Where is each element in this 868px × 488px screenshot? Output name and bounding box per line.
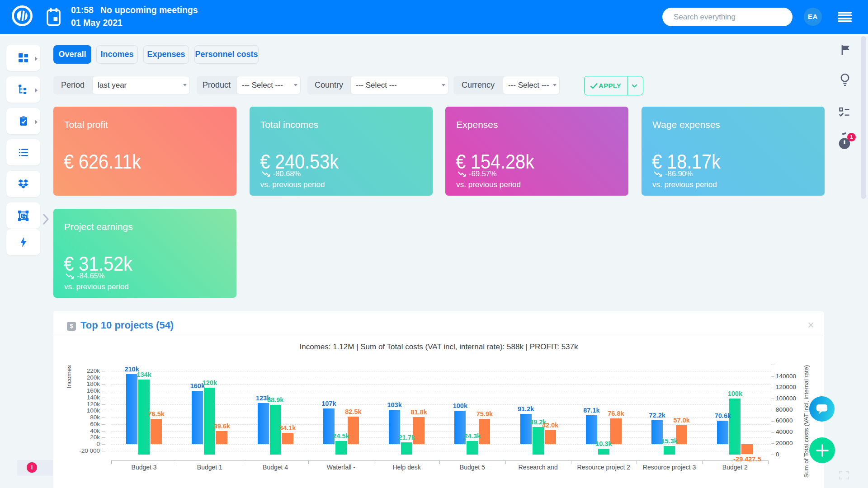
trend-down-icon xyxy=(66,273,75,279)
left-axis-tick xyxy=(102,398,105,398)
widget-title[interactable]: Top 10 projects (54) xyxy=(80,319,174,331)
right-axis-tick xyxy=(771,365,774,365)
kpi-vs-period: vs. previous period xyxy=(64,282,129,291)
apply-button-label: APPLY xyxy=(599,76,621,95)
tab-expenses[interactable]: Expenses xyxy=(143,45,189,64)
chat-button[interactable] xyxy=(809,396,835,422)
left-axis-label: 80k xyxy=(59,414,100,421)
kpi-vs-period: vs. previous period xyxy=(260,180,325,189)
bar-sum-of-total-costs-vat-incl-internal-rate--7 xyxy=(598,449,609,455)
kpi-vs-period: vs. previous period xyxy=(456,180,521,189)
kpi-card-total-incomes: Total incomes€ 240.53k-80.68%vs. previou… xyxy=(250,107,433,196)
avatar[interactable]: EA xyxy=(804,8,822,26)
bar-sum-of-total-costs-vat-incl-internal-rate--9 xyxy=(729,399,741,455)
sidebar-expand-chevron-icon[interactable] xyxy=(42,213,50,227)
bar-value-label: 10.3k xyxy=(574,440,633,447)
left-axis-label: 20k xyxy=(59,434,100,441)
chevron-down-icon xyxy=(553,84,557,86)
filter-select-country[interactable]: --- Select --- xyxy=(350,76,448,94)
right-axis-tick xyxy=(771,443,774,444)
hamburger-menu-icon[interactable] xyxy=(838,12,852,22)
sidebar-item-artboard-frame[interactable] xyxy=(6,202,40,229)
bar-value-label: 42.0k xyxy=(521,422,580,429)
top-projects-widget xyxy=(53,311,824,488)
dropbox-icon xyxy=(18,178,29,190)
fullscreen-icon[interactable] xyxy=(839,471,849,481)
category-label: Research and xyxy=(505,464,571,471)
widget-close-icon[interactable]: × xyxy=(807,318,814,332)
dashboard-grid-icon xyxy=(18,52,29,64)
right-axis-title: Sum of Total costs (VAT incl, internal r… xyxy=(803,354,810,488)
bar-value-label: 75.9k xyxy=(455,410,514,418)
filter-value-country: --- Select --- xyxy=(351,76,448,94)
chevron-right-icon xyxy=(34,87,38,95)
filter-label-product: Product xyxy=(197,76,236,94)
bar-incomes-1 xyxy=(192,391,203,444)
bar-value-label: 100k xyxy=(706,390,764,397)
gridline xyxy=(111,378,771,378)
page-scrollbar[interactable] xyxy=(861,36,866,199)
tab-incomes[interactable]: Incomes xyxy=(96,45,138,64)
right-axis-label: 80000 xyxy=(776,406,793,413)
left-axis-tick xyxy=(102,411,105,411)
sidebar-item-lightning-bolt[interactable] xyxy=(6,229,40,255)
apply-dropdown-chevron-icon[interactable] xyxy=(632,84,637,88)
sidebar-item-hierarchy-tree[interactable] xyxy=(6,76,40,103)
kpi-card-wage-expenses: Wage expenses€ 18.17k-86.90%vs. previous… xyxy=(642,107,825,196)
category-label: Waterfall - xyxy=(308,464,374,471)
chevron-right-icon xyxy=(34,55,38,63)
trend-down-icon xyxy=(262,171,271,177)
filter-label-country: Country xyxy=(307,76,350,94)
stopwatch-icon[interactable]: 1 xyxy=(837,132,852,153)
bullet-list-icon xyxy=(18,147,29,158)
flag-icon[interactable] xyxy=(840,44,852,58)
bar-value-label: -29 427.5 xyxy=(718,455,777,463)
right-axis-tick xyxy=(771,421,774,422)
search-placeholder: Search everything xyxy=(662,8,793,26)
bar-value-label: 76.5k xyxy=(127,410,186,418)
calendar-icon[interactable] xyxy=(47,7,61,27)
filter-select-product[interactable]: --- Select --- xyxy=(236,76,301,94)
filter-label-currency: Currency xyxy=(453,76,503,94)
category-label: Budget 1 xyxy=(177,464,243,471)
sidebar-item-bullet-list[interactable] xyxy=(6,139,40,165)
left-axis-tick xyxy=(102,391,105,391)
add-button[interactable] xyxy=(809,437,835,463)
tab-overall[interactable]: Overall xyxy=(53,45,91,64)
lightning-bolt-icon xyxy=(18,237,29,248)
category-label: Resource project 3 xyxy=(637,464,703,471)
sidebar-item-clipboard-check[interactable] xyxy=(6,108,40,134)
category-label: Budget 5 xyxy=(439,464,505,471)
left-axis-tick xyxy=(102,437,105,438)
left-axis-title: Incomes xyxy=(66,350,72,404)
bar-profit-1 xyxy=(216,431,227,444)
widget-currency-icon: $ xyxy=(67,322,76,331)
app-logo-icon[interactable] xyxy=(11,5,33,27)
info-button[interactable]: i xyxy=(27,462,37,473)
task-list-icon[interactable] xyxy=(838,107,851,120)
filter-select-currency[interactable]: --- Select --- xyxy=(503,76,560,94)
kpi-trend: -80.68% xyxy=(262,169,301,178)
left-axis-tick xyxy=(102,431,105,432)
lightbulb-icon[interactable] xyxy=(839,72,851,90)
page: 01:58 No upcoming meetings 01 May 2021 S… xyxy=(0,0,868,488)
left-axis-label: 40k xyxy=(59,427,100,434)
header-meeting-status: No upcoming meetings xyxy=(100,5,198,15)
bar-profit-3 xyxy=(348,417,359,444)
right-axis-tick xyxy=(771,376,774,377)
bar-value-label: 34.1k xyxy=(258,424,317,432)
search-input[interactable]: Search everything xyxy=(662,8,793,26)
left-axis-label: 0 xyxy=(59,441,100,447)
filter-select-period[interactable]: last year xyxy=(92,76,190,94)
left-axis-label: 100k xyxy=(59,407,100,414)
sidebar-item-dropbox[interactable] xyxy=(6,171,40,197)
sidebar-item-dashboard-grid[interactable] xyxy=(6,45,40,71)
tab-personnel-costs[interactable]: Personnel costs xyxy=(194,45,259,64)
right-axis-label: 60000 xyxy=(776,417,793,424)
kpi-trend: -86.90% xyxy=(654,169,693,178)
kpi-title: Total profit xyxy=(64,119,108,130)
header-time: 01:58 xyxy=(71,5,94,15)
kpi-vs-period: vs. previous period xyxy=(652,180,717,189)
artboard-frame-icon xyxy=(18,210,29,221)
apply-button[interactable]: APPLY xyxy=(584,76,643,95)
